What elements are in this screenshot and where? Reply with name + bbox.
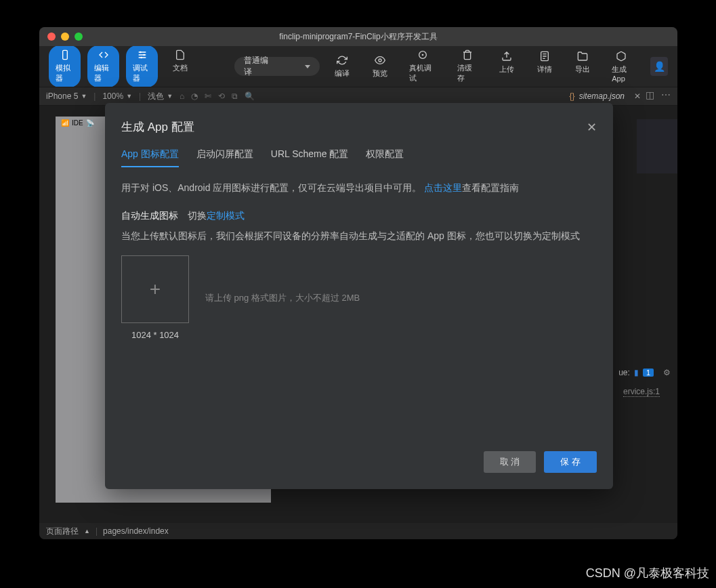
close-dot[interactable] — [47, 33, 56, 41]
issue-badge-icon: ▮ — [634, 368, 639, 377]
traffic-lights — [47, 33, 83, 41]
modal-tabs: App 图标配置 启动闪屏配置 URL Scheme 配置 权限配置 — [121, 148, 597, 167]
phone-icon — [60, 49, 70, 60]
clear-cache-button[interactable]: 清缓存 — [450, 45, 484, 87]
export-button[interactable]: 导出 — [567, 47, 598, 87]
package-icon — [616, 51, 627, 62]
compile-button[interactable]: 编译 — [327, 51, 358, 83]
search-icon[interactable]: 🔍 — [245, 91, 255, 101]
svg-rect-0 — [62, 50, 67, 59]
docs-button[interactable]: 文档 — [165, 45, 196, 87]
user-avatar[interactable]: 👤 — [650, 57, 668, 76]
editor-button[interactable]: 编辑器 — [87, 45, 119, 87]
rotate-icon[interactable]: ⟲ — [218, 91, 225, 101]
close-tab-icon[interactable]: ✕ — [634, 91, 641, 101]
cancel-button[interactable]: 取 消 — [484, 451, 536, 473]
theme-select[interactable]: 浅色▼ — [148, 91, 173, 102]
file-icon — [175, 49, 186, 60]
code-icon — [98, 49, 109, 60]
refresh-icon — [337, 55, 348, 66]
minimize-dot[interactable] — [61, 33, 69, 41]
window-title: finclip-miniprogram7-FinClip小程序开发工具 — [39, 31, 677, 43]
json-icon: {} — [570, 91, 575, 101]
split-editor-icon[interactable]: ◫ — [646, 89, 654, 100]
plus-icon: + — [150, 278, 161, 300]
issue-count[interactable]: 1 — [643, 369, 654, 377]
mode-description: 当您上传默认图标后，我们会根据不同设备的分辨率自动生成与之适配的 App 图标，… — [121, 229, 597, 243]
minimap[interactable] — [637, 119, 677, 173]
svg-point-2 — [143, 54, 145, 56]
main-toolbar: 模拟器 编辑器 调试器 文档 普通编译 编译 预览 真机调试 清缓存 上传 详情… — [39, 46, 677, 87]
simulator-button[interactable]: 模拟器 — [49, 45, 81, 87]
watermark: CSDN @凡泰极客科技 — [586, 565, 709, 581]
modal-description: 用于对 iOS、Android 应用图标进行配置，仅可在云端导出项目中可用。 点… — [121, 181, 597, 195]
scissors-icon[interactable]: ✄ — [205, 91, 211, 101]
upload-icon-box[interactable]: + — [121, 255, 189, 323]
more-icon[interactable]: ⋯ — [661, 89, 671, 100]
tab-splash[interactable]: 启动闪屏配置 — [196, 148, 253, 167]
detail-icon — [539, 51, 550, 62]
icon-size-label: 1024 * 1024 — [121, 330, 189, 340]
guide-link[interactable]: 点击这里 — [424, 182, 462, 193]
auto-gen-label: 自动生成图标 — [121, 210, 178, 222]
mode-switch: 切换定制模式 — [188, 210, 245, 222]
eye-icon — [375, 55, 385, 66]
titlebar: finclip-miniprogram7-FinClip小程序开发工具 — [39, 27, 677, 46]
svg-point-1 — [140, 51, 142, 54]
signal-icon: 📶 — [61, 119, 69, 127]
custom-mode-link[interactable]: 定制模式 — [207, 210, 245, 221]
status-bar: 页面路径 ▲ | pages/index/index — [39, 523, 677, 539]
remote-debug-button[interactable]: 真机调试 — [402, 45, 444, 87]
folder-icon — [577, 51, 588, 62]
tab-app-icon[interactable]: App 图标配置 — [121, 148, 179, 167]
svg-point-3 — [140, 57, 142, 59]
zoom-select[interactable]: 100%▼ — [102, 91, 132, 101]
wifi-icon: 📡 — [86, 119, 94, 127]
modal-title: 生成 App 配置 — [121, 119, 194, 135]
upload-hint: 请上传 png 格式图片，大小不超过 2MB — [205, 292, 360, 304]
svg-point-4 — [379, 59, 381, 62]
location-icon[interactable]: ◔ — [191, 91, 198, 101]
home-icon[interactable]: ⌂ — [180, 91, 184, 101]
upload-icon — [501, 51, 512, 62]
service-link[interactable]: ervice.js:1 — [623, 387, 660, 397]
preview-button[interactable]: 预览 — [364, 51, 396, 83]
chevron-up-icon[interactable]: ▲ — [84, 528, 90, 534]
issue-bar: ue: ▮ 1 ⚙ — [606, 364, 677, 381]
gen-app-button[interactable]: 生成 App — [605, 47, 637, 87]
detail-button[interactable]: 详情 — [529, 47, 560, 87]
save-button[interactable]: 保 存 — [544, 451, 597, 473]
gear-icon[interactable]: ⚙ — [663, 368, 671, 377]
bug-icon — [417, 49, 428, 60]
page-path-value[interactable]: pages/index/index — [103, 526, 169, 536]
svg-point-6 — [422, 54, 424, 56]
device-select[interactable]: iPhone 5▼ — [46, 91, 87, 101]
tab-url-scheme[interactable]: URL Scheme 配置 — [271, 148, 349, 167]
compile-type-select[interactable]: 普通编译 — [234, 57, 320, 76]
maximize-dot[interactable] — [75, 33, 83, 41]
copy-icon[interactable]: ⧉ — [232, 91, 238, 101]
tab-permission[interactable]: 权限配置 — [366, 148, 404, 167]
upload-button[interactable]: 上传 — [491, 47, 522, 87]
debugger-button[interactable]: 调试器 — [126, 45, 158, 87]
trash-icon — [462, 49, 473, 60]
close-icon[interactable]: ✕ — [587, 120, 597, 135]
gen-app-config-modal: 生成 App 配置 ✕ App 图标配置 启动闪屏配置 URL Scheme 配… — [105, 103, 613, 489]
sliders-icon — [137, 49, 148, 60]
chevron-down-icon — [305, 65, 310, 68]
